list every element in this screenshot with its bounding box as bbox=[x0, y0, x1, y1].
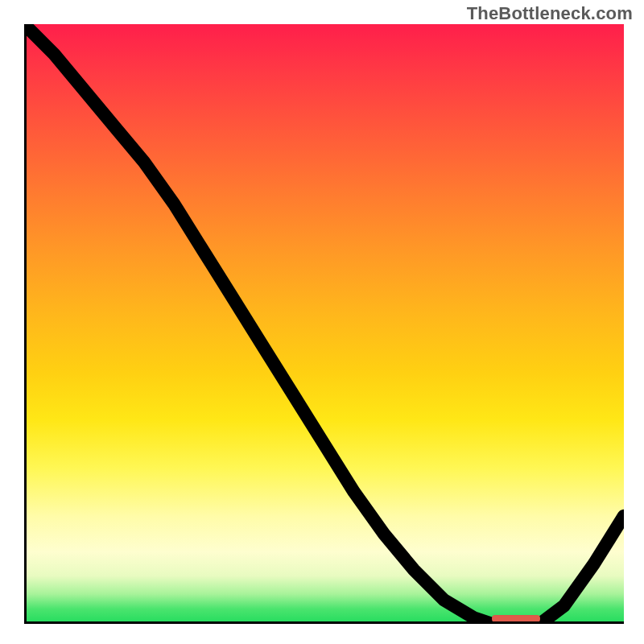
chart-root: TheBottleneck.com bbox=[0, 0, 644, 644]
plot-area bbox=[24, 24, 624, 624]
optimal-range-marker bbox=[492, 615, 540, 622]
bottleneck-curve bbox=[24, 24, 624, 624]
watermark-text: TheBottleneck.com bbox=[467, 3, 633, 24]
curve-path bbox=[24, 24, 624, 624]
